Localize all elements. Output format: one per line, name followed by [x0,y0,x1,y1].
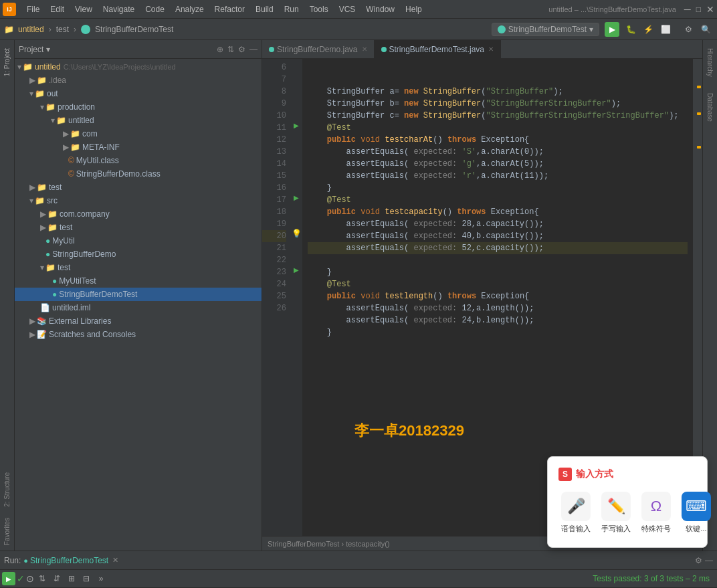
expand-icon: ▾ [29,89,33,98]
run-gutter-icon3[interactable]: ▶ [294,266,299,274]
tree-label: com.company [60,209,110,219]
expand-all-icon[interactable]: ⊞ [65,572,78,585]
expand-icon: ▾ [29,196,33,205]
tree-item-production[interactable]: ▾ 📁 production [15,100,262,114]
class-icon: © [68,156,74,165]
menu-run[interactable]: Run [279,3,304,15]
menu-build[interactable]: Build [250,3,279,15]
tree-item-test-src[interactable]: ▶ 📁 test [15,221,262,234]
special-icon: Ω [641,492,671,521]
handwrite-label: 手写输入 [601,524,631,534]
maximize-button[interactable]: □ [696,5,701,14]
ime-option-voice[interactable]: 🎤 语音输入 [558,489,593,536]
sidebar-item-project[interactable]: 1: Project [1,43,13,82]
breadcrumb-text: StringBufferDemoTest › testcapacity() [268,540,390,548]
tree-item-meta-inf[interactable]: ▶ 📁 META-INF [15,140,262,154]
menu-window[interactable]: Window [361,3,400,15]
sort-desc-icon[interactable]: ⇵ [50,572,64,585]
editor-tab-stringbufferdemotest[interactable]: StringBufferDemoTest.java ✕ [375,40,502,59]
editor-tab-stringbufferdemo[interactable]: StringBufferDemo.java ✕ [262,40,375,59]
menu-view[interactable]: View [70,3,98,15]
tree-label: StringBufferDemo.class [76,169,161,179]
menu-help[interactable]: Help [400,3,427,15]
tree-item-external-libs[interactable]: ▶ 📚 External Libraries [15,314,262,328]
ime-option-special[interactable]: Ω 特殊符号 [639,489,674,536]
menu-refactor[interactable]: Refactor [209,3,250,15]
run-gutter-icon[interactable]: ▶ [294,122,299,129]
close-icon[interactable]: ✕ [362,45,367,53]
tree-item-test-folder[interactable]: ▾ 📁 test [15,261,262,274]
run-button[interactable]: ▶ [605,22,619,37]
close-panel-icon[interactable]: — [249,45,258,54]
close-icon[interactable]: ✕ [488,45,494,53]
menu-code[interactable]: Code [140,3,170,15]
app-icon: IJ [3,3,16,16]
tree-item-myutil-java[interactable]: ● MyUtil [15,234,262,248]
sync-icon[interactable]: ⇅ [227,45,234,54]
add-icon[interactable]: ⊕ [217,45,223,54]
chevron-down-icon: ▾ [589,25,593,34]
run-minimize-icon[interactable]: — [705,556,713,565]
sidebar-item-structure[interactable]: 2: Structure [1,467,13,512]
menu-file[interactable]: File [21,3,45,15]
check-all-icon: ⊙ [26,573,34,584]
search-button[interactable]: 🔍 [698,22,713,37]
menu-edit[interactable]: Edit [45,3,70,15]
stop-button[interactable]: ⬜ [658,22,673,37]
run-config-icon [498,25,506,33]
ime-option-handwrite[interactable]: ✏️ 手写输入 [599,489,633,536]
tree-item-stringbufferdemotest[interactable]: ● StringBufferDemoTest [15,288,262,301]
menu-tools[interactable]: Tools [304,3,334,15]
run-again-button[interactable]: ▶ [2,572,15,585]
tree-item-iml[interactable]: 📄 untitled.iml [15,301,262,314]
tree-item-src[interactable]: ▾ 📁 src [15,194,262,207]
menu-analyze[interactable]: Analyze [170,3,209,15]
class-icon: © [68,169,74,179]
run-config-selector[interactable]: StringBufferDemoTest ▾ [492,23,599,36]
tree-item-root[interactable]: ▾ 📁 untitled C:\Users\LYZ\IdeaProjects\u… [15,60,262,74]
window-title: untitled – ...\StringBufferDemoTest.java [548,5,676,13]
sort-asc-icon[interactable]: ⇅ [35,572,49,585]
tree-item-com-company[interactable]: ▶ 📁 com.company [15,207,262,221]
tree-label: src [47,196,58,205]
gear-icon[interactable]: ⚙ [238,45,245,54]
java-icon: ● [52,276,57,286]
tree-item-idea[interactable]: ▶ 📁 .idea [15,74,262,87]
coverage-button[interactable]: ⚡ [641,22,655,37]
tree-item-out[interactable]: ▾ 📁 out [15,87,262,100]
run-gutter-icon2[interactable]: ▶ [294,194,299,201]
expand-icon: ▾ [51,116,55,125]
close-run-icon[interactable]: ✕ [112,556,118,565]
collapse-all-icon[interactable]: ⊟ [80,572,93,585]
more-icon[interactable]: » [94,572,108,585]
run-settings-icon[interactable]: ⚙ [695,556,702,565]
module-name: test [56,25,69,34]
tree-item-test-top[interactable]: ▶ 📁 test [15,181,262,194]
tree-item-scratches[interactable]: ▶ 📝 Scratches and Consoles [15,328,262,341]
sidebar-item-database[interactable]: Database [704,88,716,127]
softkey-label: 软键... [686,524,706,534]
tree-label: test [58,263,70,272]
tree-label: META-INF [82,142,120,152]
scroll-marker-orange3 [697,146,701,149]
tree-item-stringbufferdemo-java[interactable]: ● StringBufferDemo [15,248,262,261]
ime-option-softkey[interactable]: ⌨ 软键... [679,489,714,536]
close-button[interactable]: ✕ [706,4,714,15]
menubar: IJ File Edit View Navigate Code Analyze … [0,0,717,19]
sidebar-item-hierarchy[interactable]: Hierarchy [704,43,716,82]
menu-vcs[interactable]: VCS [334,3,361,15]
tree-item-myutil-class[interactable]: © MyUtil.class [15,154,262,167]
folder-icon: 📁 [35,196,45,205]
minimize-button[interactable]: ─ [684,4,691,15]
settings-button[interactable]: ⚙ [681,22,696,37]
tree-item-stringbufferdemo-class[interactable]: © StringBufferDemo.class [15,167,262,181]
menu-navigate[interactable]: Navigate [98,3,140,15]
debug-button[interactable]: 🐛 [623,22,638,37]
sidebar-item-favorites[interactable]: Favorites [1,512,13,551]
java-icon: ● [45,250,50,259]
file-icon [81,25,90,34]
tree-item-com[interactable]: ▶ 📁 com [15,127,262,140]
tree-item-myutiltest[interactable]: ● MyUtilTest [15,274,262,288]
tree-item-untitled-prod[interactable]: ▾ 📁 untitled [15,114,262,127]
tree-label: test [60,223,72,232]
